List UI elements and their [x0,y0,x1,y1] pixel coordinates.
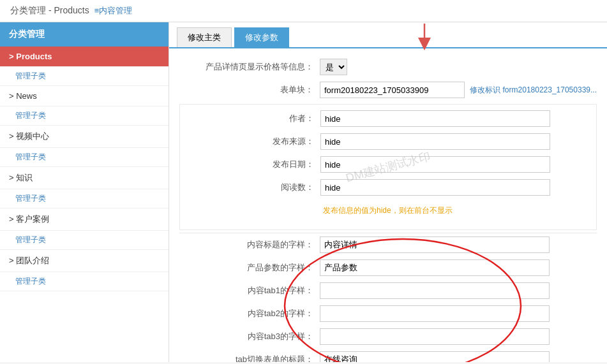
tab2-input[interactable] [320,305,550,322]
content-area: 修改主类 修改参数 产品详情页显示价格等信息： 是 否 表单块： [169,22,607,362]
hint-text: 发布信息的值为hide，则在前台不显示 [323,205,453,216]
form-row-tab3: 内容tab3的字样： [179,328,597,346]
tab3-input[interactable] [320,328,550,345]
label-tab1: 内容tab1的字样： [179,285,320,296]
author-input[interactable] [320,110,550,127]
input-tab2[interactable] [320,305,550,322]
sidebar-header: 分类管理 [0,22,169,47]
label-reads: 阅读数： [180,182,320,193]
content-title-input[interactable] [320,237,550,253]
sidebar-sub-team[interactable]: 管理子类 [0,272,169,291]
sidebar-sub-knowledge[interactable]: 管理子类 [0,189,169,208]
sidebar-item-products[interactable]: Products [0,47,169,67]
select-price-info[interactable]: 是 否 [320,59,550,75]
label-tab-form-title: tab切换表单的标题： [179,354,320,362]
form-area: 产品详情页显示价格等信息： 是 否 表单块： 修改标识 form20180223… [169,50,607,362]
reads-input[interactable] [320,179,550,196]
tab1-input[interactable] [320,282,550,299]
label-product-params: 产品参数的字样： [179,262,320,273]
sidebar-item-video[interactable]: 视频中心 [0,126,169,148]
input-tab-form-title[interactable] [320,351,550,362]
input-content-title[interactable] [320,237,550,253]
price-select[interactable]: 是 否 [320,59,347,75]
sidebar-sub-customer[interactable]: 管理子类 [0,231,169,250]
input-tab3[interactable] [320,328,550,345]
label-tab3: 内容tab3的字样： [179,331,320,342]
input-tab1[interactable] [320,282,550,299]
sidebar-item-news[interactable]: News [0,86,169,106]
sidebar-sub-video[interactable]: 管理子类 [0,148,169,167]
form-row-tab1: 内容tab1的字样： [179,282,597,300]
section2-fields: 内容标题的字样： 产品参数的字样： 内容tab1的字样： [179,236,597,362]
form-row-formblock: 表单块： 修改标识 form20180223_17050339... [179,81,597,99]
sidebar: 分类管理 Products 管理子类 News 管理子类 视频中心 管理子类 知… [0,22,169,362]
label-content-title: 内容标题的字样： [179,239,320,251]
label-price-info: 产品详情页显示价格等信息： [179,61,320,73]
main-layout: 分类管理 Products 管理子类 News 管理子类 视频中心 管理子类 知… [0,22,607,362]
label-formblock: 表单块： [179,84,320,96]
input-date[interactable] [320,156,550,173]
sidebar-item-knowledge[interactable]: 知识 [0,167,169,189]
label-source: 发布来源： [180,136,320,147]
tab-edit-main[interactable]: 修改主类 [177,27,232,47]
product-params-input[interactable] [320,259,550,276]
header-title: 分类管理 - Products [10,5,89,17]
content-manage-link[interactable]: ≡内容管理 [94,5,133,17]
form-row-reads: 阅读数： [180,178,596,196]
input-reads[interactable] [320,179,550,196]
formblock-edit-link[interactable]: 修改标识 form20180223_17050339... [470,85,597,96]
input-formblock[interactable] [320,82,465,98]
form-row-price: 产品详情页显示价格等信息： 是 否 [179,58,597,76]
sidebar-sub-news[interactable]: 管理子类 [0,106,169,126]
tab-edit-params[interactable]: 修改参数 [234,27,289,47]
tab-form-title-input[interactable] [320,351,550,362]
section-divider [179,233,597,233]
form-row-author: 作者： [180,110,596,127]
watermark-section: DM建站测试水印 作者： 发布来源： 发布日期： [179,104,597,230]
label-author: 作者： [180,113,320,124]
sidebar-sub-products[interactable]: 管理子类 [0,67,169,86]
header: 分类管理 - Products ≡内容管理 [0,0,607,22]
tabs: 修改主类 修改参数 [169,22,607,48]
input-product-params[interactable] [320,259,550,276]
form-row-tab-form-title: tab切换表单的标题： [179,351,597,362]
sidebar-item-customer[interactable]: 客户案例 [0,208,169,231]
sidebar-item-team[interactable]: 团队介绍 [0,250,169,272]
label-tab2: 内容tab2的字样： [179,308,320,319]
source-input[interactable] [320,133,550,150]
date-input[interactable] [320,156,550,173]
input-author[interactable] [320,110,550,127]
form-row-source: 发布来源： [180,133,596,150]
form-row-hint: 发布信息的值为hide，则在前台不显示 [180,201,596,219]
form-row-date: 发布日期： [180,156,596,173]
input-source[interactable] [320,133,550,150]
formblock-input[interactable] [320,82,465,98]
label-date: 发布日期： [180,159,320,170]
form-row-tab2: 内容tab2的字样： [179,305,597,323]
tabs-container: 修改主类 修改参数 [169,22,607,50]
form-row-content-title: 内容标题的字样： [179,236,597,254]
form-row-product-params: 产品参数的字样： [179,259,597,277]
